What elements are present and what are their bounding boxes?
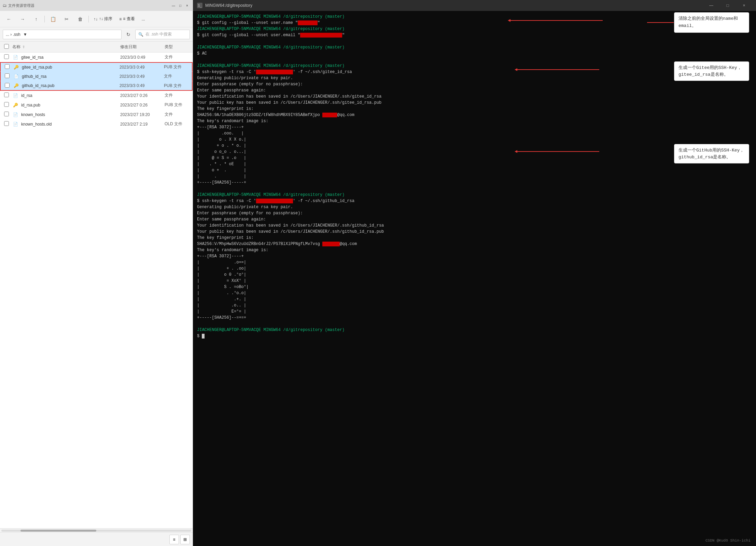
- scrollbar-area[interactable]: [0, 528, 193, 532]
- more-btn[interactable]: ...: [139, 14, 148, 25]
- file-item-gitee-id-rsa-pub[interactable]: 🔑 gitee_id_rsa.pub 2023/3/3 0:49 PUB 文件: [0, 62, 193, 72]
- file-item-id-rsa-pub[interactable]: 🔑 id_rsa.pub 2023/2/27 0:26 PUB 文件: [0, 100, 193, 110]
- title-bar-left: 🗂 文件资源管理器 — □ ×: [0, 0, 193, 11]
- minimize-terminal-btn[interactable]: —: [703, 0, 719, 11]
- filedate-gitee-id-rsa: 2023/3/3 0:49: [120, 55, 165, 60]
- term-out-25: | . |: [197, 174, 246, 179]
- annotation-clear-config-text: 清除之前的全局设置的name和email。: [678, 16, 738, 28]
- term-out-10: Enter passphrase (empty for no passphras…: [197, 82, 303, 87]
- term-out-16: The key's randomart image is:: [197, 119, 268, 124]
- scrollbar-track: [1, 530, 191, 532]
- term-out-22: | @ = S = .o |: [197, 156, 246, 160]
- close-terminal-btn[interactable]: ×: [736, 0, 752, 11]
- file-item-gitee-id-rsa[interactable]: 📄 gitee_id_rsa 2023/3/3 0:49 文件: [0, 53, 193, 62]
- checkbox-known-hosts-old[interactable]: [4, 121, 9, 126]
- term-line-25: | . |: [197, 173, 752, 179]
- term-line-28: $ ssh-keygen -t rsa -C '████████@qq.com'…: [197, 198, 752, 204]
- term-out-43: | . .°o.o|: [197, 291, 246, 296]
- toolbar-left: ← → ↑ 📋 ✂ 🗑 ↑↓ ↑↓ 排序 ≡ ≡ 查看 ...: [0, 11, 193, 27]
- term-out-15: SHA256:9A/1haOEXB06jtzSODZ/tFW8hdhMBX9IY…: [197, 113, 354, 117]
- file-item-known-hosts-old[interactable]: 📄 known_hosts.old 2023/2/27 2:19 OLD 文件: [0, 119, 193, 129]
- filename-github-id-rsa: github_id_rsa: [22, 74, 120, 79]
- file-explorer-panel: 🗂 文件资源管理器 — □ × ← → ↑ 📋 ✂ 🗑 ↑↓ ↑↓ 排序 ≡ ≡…: [0, 0, 193, 546]
- maximize-terminal-btn[interactable]: □: [720, 0, 736, 11]
- copy-btn[interactable]: 📋: [47, 13, 59, 25]
- annotation-github-ssh-text: 生成一个GitHub用的SSH-Key，github_id_rsa是名称。: [678, 148, 744, 160]
- delete-btn[interactable]: 🗑: [74, 13, 86, 25]
- col-name-header[interactable]: 名称 ⇧: [12, 44, 120, 50]
- refresh-btn[interactable]: ↻: [124, 30, 133, 39]
- term-out-26: +-----[SHA256]-----+: [197, 180, 246, 185]
- term-out-36: The key's randomart image is:: [197, 248, 268, 253]
- term-line-6: $ AC: [197, 51, 752, 57]
- term-out-38: | .o==|: [197, 260, 246, 265]
- term-out-46: | E=°= |: [197, 309, 246, 314]
- term-line-1: JIACHENGER@LAPTOP-5NMVACQE MINGW64 /d/gi…: [197, 14, 752, 20]
- term-line-32: Your identification has been saved in /c…: [197, 222, 752, 229]
- term-out-18: | .ooo. |: [197, 131, 244, 136]
- sort-btn[interactable]: ↑↓ ↑↓ 排序: [91, 14, 115, 25]
- term-line-34: The key fingerprint is:: [197, 235, 752, 241]
- view-btn[interactable]: ≡ ≡ 查看: [116, 14, 137, 25]
- term-line-12: Your identification has been saved in /c…: [197, 94, 752, 100]
- term-line-48: JIACHENGER@LAPTOP-5NMVACQE MINGW64 /d/gi…: [197, 327, 752, 333]
- term-out-17: +---[RSA 3072]----+: [197, 125, 244, 130]
- checkbox-gitee-id-rsa-pub[interactable]: [5, 64, 10, 69]
- term-line-23: | . * . * oE |: [197, 161, 752, 167]
- filetype-gitee-id-rsa-pub: PUB 文件: [164, 64, 188, 70]
- dropdown-icon[interactable]: ▼: [23, 32, 27, 37]
- file-item-id-rsa[interactable]: 📄 id_rsa 2023/2/27 0:26 文件: [0, 91, 193, 100]
- scrollbar-thumb[interactable]: [20, 530, 96, 532]
- term-line-22: | @ = S = .o |: [197, 155, 752, 161]
- col-date-header[interactable]: 修改日期: [120, 44, 165, 50]
- breadcrumb[interactable]: ... › .ssh ▼: [3, 30, 122, 39]
- forward-btn[interactable]: →: [16, 13, 29, 25]
- term-line-11: Enter same passphrase again:: [197, 87, 752, 94]
- maximize-btn[interactable]: □: [178, 3, 183, 8]
- term-line-18: | .ooo. |: [197, 130, 752, 136]
- checkbox-gitee-id-rsa[interactable]: [4, 54, 9, 59]
- annotation-clear-config: 清除之前的全局设置的name和email。: [674, 12, 749, 33]
- checkbox-id-rsa[interactable]: [4, 92, 9, 97]
- grid-view-btn[interactable]: ⊞: [180, 535, 190, 544]
- filedate-github-id-rsa-pub: 2023/3/3 0:49: [120, 83, 164, 88]
- close-btn-left[interactable]: ×: [184, 3, 190, 8]
- cut-btn[interactable]: ✂: [60, 13, 73, 25]
- term-prompt-3: JIACHENGER@LAPTOP-5NMVACQE MINGW64 /d/gi…: [197, 27, 345, 31]
- term-out-20: | + o . * o. |: [197, 143, 246, 148]
- term-cmd-4: $ git config --global --unset user.email…: [197, 33, 345, 38]
- term-line-24: | o + . |: [197, 167, 752, 173]
- back-btn[interactable]: ←: [3, 13, 15, 25]
- csdn-credit: CSDN @Kudō Shin-ichi: [705, 538, 751, 544]
- select-all-checkbox[interactable]: [4, 44, 9, 49]
- checkbox-id-rsa-pub[interactable]: [4, 102, 9, 107]
- window-controls: — □ ×: [703, 0, 752, 11]
- minimize-btn[interactable]: —: [171, 3, 176, 8]
- search-icon: 🔍: [138, 32, 143, 37]
- file-view-bottom: ≡ ⊞: [0, 532, 193, 546]
- checkbox-known-hosts[interactable]: [4, 112, 9, 116]
- terminal-body[interactable]: JIACHENGER@LAPTOP-5NMVACQE MINGW64 /d/gi…: [193, 11, 756, 546]
- view-label: ≡ 查看: [123, 16, 135, 22]
- filetype-id-rsa: 文件: [165, 92, 188, 98]
- terminal-title: MINGW64:/d/gitrepository: [205, 3, 252, 8]
- file-item-github-id-rsa-pub[interactable]: 🔑 github_id_rsa.pub 2023/3/3 0:49 PUB 文件: [0, 81, 193, 91]
- term-prompt-7: JIACHENGER@LAPTOP-5NMVACQE MINGW64 /d/gi…: [197, 63, 345, 68]
- checkbox-github-id-rsa[interactable]: [5, 73, 10, 78]
- up-btn[interactable]: ↑: [30, 13, 42, 25]
- list-view-btn[interactable]: ≡: [169, 535, 179, 544]
- search-box[interactable]: 🔍 在 .ssh 中搜索: [135, 30, 190, 39]
- filename-known-hosts: known_hosts: [21, 112, 120, 117]
- file-icon-known-hosts-old: 📄: [12, 121, 18, 127]
- file-item-github-id-rsa[interactable]: 📄 github_id_rsa 2023/3/3 0:49 文件: [0, 72, 193, 81]
- term-line-39: | + . .oo|: [197, 265, 752, 272]
- filetype-id-rsa-pub: PUB 文件: [165, 102, 188, 108]
- file-item-known-hosts[interactable]: 📄 known_hosts 2023/2/27 19:20 文件: [0, 110, 193, 119]
- file-list-header: 名称 ⇧ 修改日期 类型: [0, 42, 193, 53]
- checkbox-github-id-rsa-pub[interactable]: [5, 83, 10, 88]
- col-type-header[interactable]: 类型: [165, 44, 188, 50]
- filedate-gitee-id-rsa-pub: 2023/3/3 0:49: [120, 65, 164, 70]
- term-line-46: | E=°= |: [197, 308, 752, 315]
- term-out-14: The key fingerprint is:: [197, 106, 254, 111]
- term-line-5: JIACHENGER@LAPTOP-5NMVACQE MINGW64 /d/gi…: [197, 44, 752, 51]
